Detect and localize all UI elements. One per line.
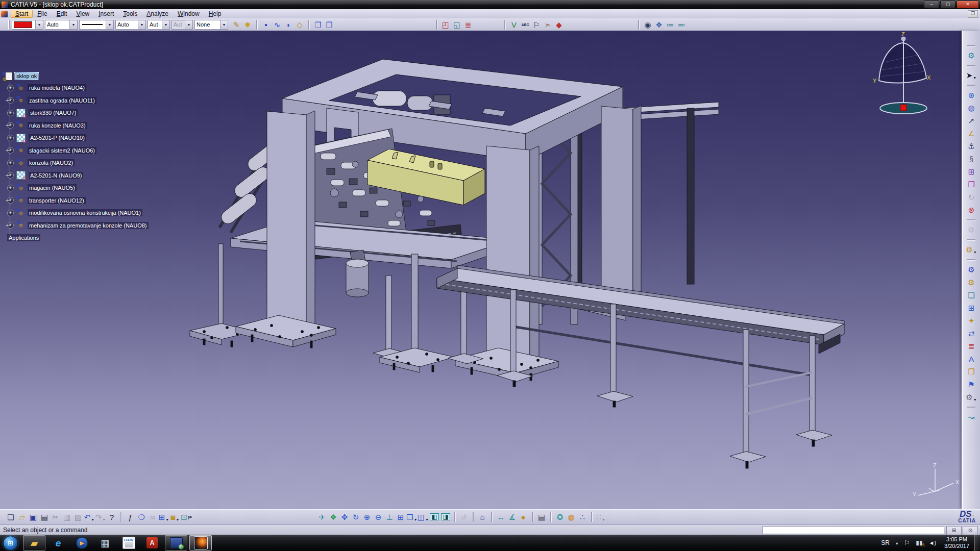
spline-button[interactable]: ∿ [272,19,283,30]
power-input-field[interactable] [763,526,944,534]
tree-item-nauo7[interactable]: +stork330 (NAUO7) [7,107,172,119]
menu-window[interactable]: Window [173,10,204,18]
minimize-button[interactable]: – [924,1,939,9]
line-weight-combo[interactable]: Auto▼ [45,20,78,30]
quick-constraint-button[interactable]: ❐ [966,179,977,190]
tree-item-label[interactable]: zastitna ograda (NAUO11) [28,97,96,104]
tree-item-label[interactable]: slagacki sistem2 (NAUO6) [28,147,96,154]
insert-component-button[interactable]: ↗ [966,115,977,126]
taskbar-windows-explorer[interactable]: ▰ [23,535,45,550]
chevron-down-icon[interactable]: ▼ [185,20,192,29]
tree-item-nauo4[interactable]: +ruka modela (NAUO4) [7,82,172,94]
pan-button[interactable]: ✥ [339,512,350,522]
tree-item-nauo2[interactable]: +konzola (NAUO2) [7,157,172,169]
tree-root-label[interactable]: sklop ok [15,72,38,80]
start-button[interactable]: ⊞ [3,536,18,550]
new-part-button[interactable]: ⚙ [966,264,977,275]
tree-item-label[interactable]: stork330 (NAUO7) [29,109,78,116]
render-sphere-button[interactable]: ◍ [566,512,577,522]
menu-file[interactable]: File [33,10,52,18]
new-cat-part-button[interactable]: ❏ [966,290,977,300]
magic-wizard-button[interactable]: ✹ [242,19,253,30]
measure-item-button[interactable]: ∡ [506,512,518,522]
line-type-combo[interactable]: ▼ [79,20,114,30]
chevron-down-icon[interactable]: ▼ [106,20,113,29]
catalog-browser-button[interactable]: ⊡}= [181,512,192,522]
tree-root-sklop-ok[interactable]: sklop ok [3,70,172,82]
tray-expand-icon[interactable]: ▴ [896,540,898,545]
replace-component-button[interactable]: ⇄ [966,328,977,339]
bounding-box-select-button[interactable]: ❒ [324,19,335,30]
chevron-down-icon[interactable]: ▼ [91,518,94,522]
rotate-button[interactable]: ↻ [350,512,361,522]
open-document-button[interactable]: ▱ [16,512,28,522]
scene-graph-2-button[interactable]: ≕ [676,19,687,30]
paste-button[interactable]: ▧ [72,512,84,522]
graph-tree-reorder-button[interactable]: ≣ [462,19,474,30]
fly-mode-button[interactable]: ✈ [316,512,328,522]
multi-instantiation-button[interactable]: ⚙▼ [966,392,977,403]
measure-inertia-button[interactable]: ● [518,512,529,522]
doc-search-button[interactable]: ⊙ [963,526,978,535]
create-multi-view-button[interactable]: ⊞ [395,512,406,522]
chevron-down-icon[interactable]: ▼ [35,20,43,29]
shading-no-edges-button[interactable]: ◨ [440,512,451,522]
network-icon[interactable]: ▮▮⚠ [916,539,922,546]
tree-item-label[interactable]: konzola (NAUO2) [28,159,75,166]
update-assembly-button[interactable]: ◰ [440,19,451,30]
chevron-down-icon[interactable]: ▼ [414,518,418,522]
manage-representations-button[interactable]: ⚑ [966,379,977,390]
generate-numbering-button[interactable]: A [966,354,977,364]
paint-scene-button[interactable]: ❖ [653,19,665,30]
anchor-constraint-button[interactable]: ⚓ [966,141,977,152]
menu-tools[interactable]: Tools [118,10,142,18]
tree-item-label[interactable]: modifikovana osnovna konstrukcija (NAUO1… [28,209,142,216]
tree-item-nauo6[interactable]: +slagacki sistem2 (NAUO6) [7,144,172,157]
chevron-down-icon[interactable]: ▼ [69,20,77,29]
tree-item-nauo8[interactable]: +mehanizam za premotavanje konzole (NAUO… [7,219,172,232]
normal-view-button[interactable]: ⊥ [384,512,395,522]
taskbar-festo-software[interactable]: FESTO [118,536,139,550]
angle-constraint-button[interactable]: ∠ [966,128,977,139]
zoom-in-button[interactable]: ⊕ [361,512,373,522]
tree-item-label[interactable]: magacin (NAUO5) [28,184,77,191]
taskbar-adobe-reader[interactable]: A [141,536,163,550]
tree-item-label[interactable]: A2-5201-N (NAUO9) [29,172,83,179]
apply-material-button[interactable]: ✪ [554,512,566,522]
explode-world-button[interactable]: ◍ [966,103,977,113]
existing-component-positioned-button[interactable]: ✦ [966,315,977,326]
chevron-down-icon[interactable]: ▼ [165,518,169,522]
menu-start[interactable]: Start [11,10,33,18]
surface-button[interactable]: ◗ [283,19,294,30]
print-document-button[interactable]: ▤ [39,512,50,522]
plane-button[interactable]: ◇ [294,19,305,30]
new-product-button[interactable]: ⚙ [966,277,977,288]
taskbar-internet-explorer[interactable]: e [47,536,69,550]
chevron-down-icon[interactable]: ▼ [138,20,145,29]
graph-tree-reordering-button[interactable]: ≣ [966,341,977,352]
tree-item-nauo1[interactable]: +modifikovana osnovna konstrukcija (NAUO… [7,207,172,219]
tree-item-nauo9[interactable]: +A2-5201-N (NAUO9) [7,169,172,182]
smart-move-button[interactable]: ⊛ [966,90,977,101]
maximize-button[interactable]: ▢ [940,1,955,9]
formula-fx-button[interactable]: ƒ [125,512,136,522]
menu-edit[interactable]: Edit [52,10,72,18]
taskbar-clock[interactable]: 3:05 PM 3/20/2017 [944,536,969,549]
chevron-down-icon[interactable]: ▼ [220,20,228,29]
new-document-button[interactable]: ❏ [5,512,16,522]
fit-all-in-button[interactable]: ❖ [328,512,339,522]
chevron-down-icon[interactable]: ▼ [973,251,977,255]
tree-item-nauo11[interactable]: +zastitna ograda (NAUO11) [7,94,172,107]
tree-item-label[interactable]: ruka konzole (NAUO3) [28,122,87,129]
hyperlink-hand-button[interactable]: ➣ [542,19,553,30]
taskbar-catia-v5[interactable] [189,535,212,550]
menu-insert[interactable]: Insert [94,10,118,18]
update-constraints-button[interactable]: ⊗ [966,205,977,215]
show-desktop-button[interactable] [974,535,980,551]
browser-book-button[interactable]: ⌂ [477,512,488,522]
tree-item-label[interactable]: mehanizam za premotavanje konzole (NAUO8… [28,222,149,229]
painter-button[interactable]: ✎ [231,19,242,30]
tree-item-label[interactable]: transporter (NAUO12) [28,197,86,204]
3d-viewport[interactable]: sklop ok +ruka modela (NAUO4)+zastitna o… [0,31,962,509]
capture-camera-button[interactable]: ◉ [642,19,653,30]
